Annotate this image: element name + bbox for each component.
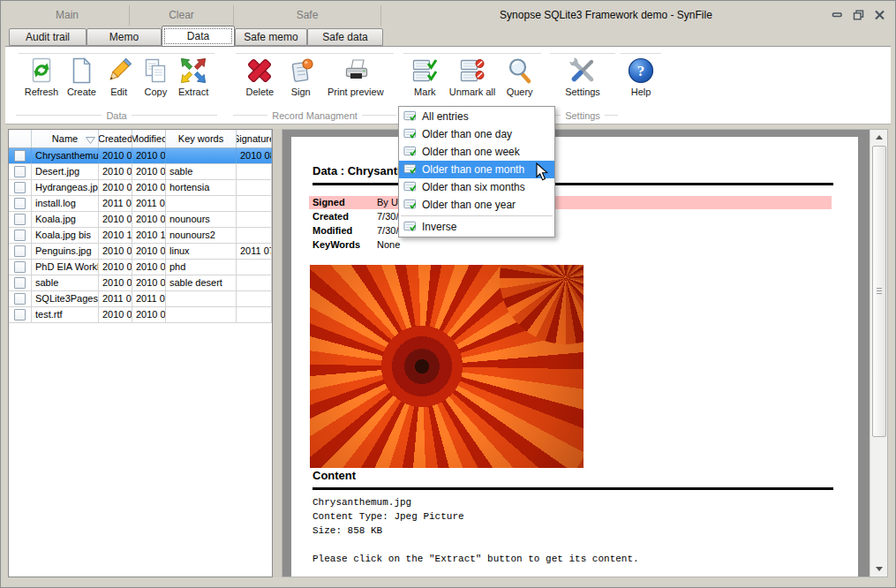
menu-item-label: Older than one week <box>422 146 520 158</box>
column-header-signature[interactable]: Signature <box>237 130 272 147</box>
toolbar-button-mark[interactable]: Mark <box>410 57 439 97</box>
table-row-phd-eia-worklist[interactable]: PhD EIA Worklist2010 022010 02phd <box>9 260 272 275</box>
file-table[interactable]: NameCreatedModifiedKey wordsSignatureChr… <box>8 129 273 577</box>
scroll-thumb[interactable] <box>872 146 886 437</box>
row-checkbox[interactable] <box>14 261 26 273</box>
table-header: NameCreatedModifiedKey wordsSignature <box>9 130 272 148</box>
column-header-key-words[interactable]: Key words <box>166 130 237 147</box>
tab-data[interactable]: Data <box>162 26 235 47</box>
field-value: 7/30/ <box>377 211 398 222</box>
scroll-down-button[interactable] <box>870 562 888 577</box>
toolbar-button-create[interactable]: Create <box>67 57 96 97</box>
cell-name: Koala.jpg <box>32 212 99 227</box>
toolbar-button-settings[interactable]: Settings <box>565 57 600 97</box>
menu-item-older-than-one-year[interactable]: Older than one year <box>399 196 554 214</box>
vertical-scrollbar[interactable] <box>870 130 887 577</box>
toolbar-button-help[interactable]: ?Help <box>627 57 655 97</box>
cell-keywords <box>166 196 237 211</box>
title-bar: MainClearSafe Synopse SQLite3 Framework … <box>5 5 891 26</box>
menu-item-older-than-one-month[interactable]: Older than one month <box>399 161 554 178</box>
table-row-chrysanthemum-jpg[interactable]: Chrysanthemum.jpg2010 092010 092010 08 <box>9 148 272 164</box>
toolbar-button-label: Help <box>631 87 651 97</box>
cell-signature <box>237 275 272 290</box>
table-row-koala-jpg[interactable]: Koala.jpg2010 082010 08nounours <box>9 212 272 228</box>
table-row-penguins-jpg[interactable]: Penguins.jpg2010 092010 09linux2011 07 <box>9 244 272 260</box>
toolbar-button-query[interactable]: Query <box>506 57 534 97</box>
cell-signature <box>237 164 272 179</box>
toolbar-button-refresh[interactable]: Refresh <box>25 57 59 97</box>
row-checkbox[interactable] <box>14 245 26 257</box>
sort-desc-icon <box>86 135 95 146</box>
column-header-select[interactable] <box>9 130 32 147</box>
toolbar-button-edit[interactable]: Edit <box>105 57 133 97</box>
content-line: Content Type: Jpeg Picture <box>312 509 639 524</box>
cell-modified: 2010 09 <box>132 148 166 163</box>
field-rows: SignedBy UsCreated7/30/Modified7/30/KeyW… <box>312 196 833 253</box>
toolbar-button-label: Copy <box>144 87 167 97</box>
edit-icon <box>105 57 133 85</box>
table-row-koala-jpg-bis[interactable]: Koala.jpg bis2010 102010 10nounours2 <box>9 228 272 244</box>
toolbar-button-delete[interactable]: Delete <box>245 57 274 97</box>
minimize-button[interactable] <box>830 8 845 21</box>
menu-header-safe[interactable]: Safe <box>234 5 381 26</box>
row-checkbox[interactable] <box>14 150 26 162</box>
column-header-created[interactable]: Created <box>99 130 132 147</box>
menu-item-label: Older than six months <box>422 181 525 193</box>
tab-memo[interactable]: Memo <box>87 28 162 46</box>
toolbar-button-unmark-all[interactable]: Unmark all <box>449 57 496 97</box>
table-row-desert-jpg[interactable]: Desert.jpg2010 072010 08sable <box>9 164 272 180</box>
tab-safe-memo[interactable]: Safe memo <box>235 28 307 46</box>
row-checkbox[interactable] <box>14 166 26 177</box>
table-row-sable[interactable]: sable2010 072010 02sable desert <box>9 275 272 291</box>
column-header-name[interactable]: Name <box>32 130 99 147</box>
toolbar-button-extract[interactable]: Extract <box>178 57 208 97</box>
menu-item-older-than-one-day[interactable]: Older than one day <box>399 125 554 143</box>
restore-button[interactable] <box>851 8 866 21</box>
cell-name: SQLite3Pages Te <box>32 291 99 306</box>
menu-item-older-than-one-week[interactable]: Older than one week <box>399 143 554 161</box>
tab-audit-trail[interactable]: Audit trail <box>9 28 87 46</box>
menu-item-label: Inverse <box>422 221 456 233</box>
cell-name: Penguins.jpg <box>32 244 99 259</box>
cell-modified: 2010 10 <box>132 228 166 243</box>
cell-name: Hydrangeas.jpg <box>32 180 99 195</box>
row-checkbox[interactable] <box>14 293 26 305</box>
close-button[interactable] <box>872 8 887 21</box>
up-arrow-icon <box>876 135 883 139</box>
down-arrow-icon <box>876 567 883 571</box>
print-preview-icon <box>342 57 370 85</box>
table-row-sqlite3pages-te[interactable]: SQLite3Pages Te2011 082011 08 <box>9 291 272 307</box>
tab-bar: Audit trailMemoDataSafe memoSafe data <box>5 26 891 46</box>
menu-item-older-than-six-months[interactable]: Older than six months <box>399 178 554 196</box>
mark-menu: All entriesOlder than one dayOlder than … <box>398 106 555 237</box>
row-checkbox[interactable] <box>14 277 26 289</box>
scroll-up-button[interactable] <box>870 130 888 145</box>
unmark-icon <box>458 57 486 85</box>
menu-header-clear[interactable]: Clear <box>130 5 234 26</box>
row-checkbox[interactable] <box>14 309 26 320</box>
refresh-icon <box>27 57 56 85</box>
app-window: MainClearSafe Synopse SQLite3 Framework … <box>0 0 896 588</box>
toolbar-button-sign[interactable]: Sign <box>287 57 315 97</box>
row-checkbox[interactable] <box>14 198 26 209</box>
tab-safe-data[interactable]: Safe data <box>307 28 383 46</box>
column-header-modified[interactable]: Modified <box>132 130 166 147</box>
cell-modified: 2010 08 <box>132 164 166 179</box>
field-value: None <box>377 239 400 250</box>
menu-item-inverse[interactable]: Inverse <box>399 218 554 236</box>
row-checkbox[interactable] <box>14 230 26 241</box>
toolbar-button-print-preview[interactable]: Print preview <box>328 57 384 97</box>
window-controls <box>830 8 887 21</box>
row-checkbox[interactable] <box>14 214 26 225</box>
splitter[interactable] <box>273 129 282 577</box>
table-row-hydrangeas-jpg[interactable]: Hydrangeas.jpg2010 082010 08hortensia <box>9 180 272 196</box>
menu-item-all-entries[interactable]: All entries <box>399 108 554 125</box>
table-row-test-rtf[interactable]: test.rtf2010 092010 09 <box>9 307 272 323</box>
content-line: Please click on the "Extract" button to … <box>312 552 639 566</box>
table-row-install-log[interactable]: install.log2011 082011 08 <box>9 196 272 212</box>
toolbar-button-copy[interactable]: Copy <box>141 57 169 97</box>
menu-header-main[interactable]: Main <box>5 5 130 26</box>
content-line: Chrysanthemum.jpg <box>312 495 639 509</box>
cell-created: 2010 10 <box>99 228 132 243</box>
row-checkbox[interactable] <box>14 182 26 193</box>
